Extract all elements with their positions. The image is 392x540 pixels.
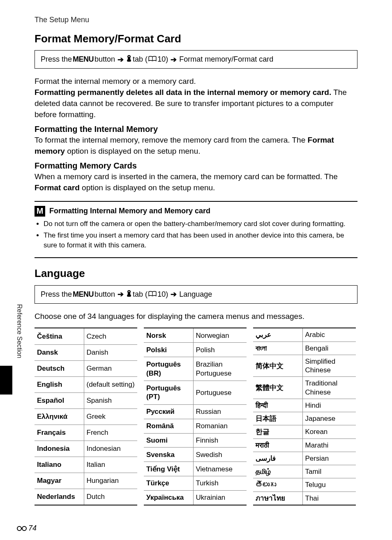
language-name: Italian (84, 457, 137, 473)
paragraph: To format the internal memory, remove th… (35, 135, 357, 157)
language-row: Português (BR)Brazilian Portuguese (144, 357, 247, 381)
paragraph: Choose one of 34 languages for displayin… (35, 311, 357, 322)
nav-ref: 10) (157, 55, 168, 64)
language-row: RomânăRomanian (144, 419, 247, 433)
nav-destination: Format memory/Format card (179, 55, 273, 64)
language-name: Polish (193, 343, 247, 357)
subheading-cards: Formatting Memory Cards (35, 161, 357, 171)
nav-text: Press the (41, 290, 72, 299)
language-row: 日本語Japanese (253, 412, 356, 425)
language-row: ΕλληνικάGreek (35, 408, 137, 425)
nav-text: tab ( (133, 290, 148, 299)
nav-path-format: Press the MENU button ➔ tab ( 10) ➔ Form… (35, 50, 357, 69)
language-name: German (84, 360, 137, 376)
language-native: Română (144, 419, 193, 433)
nav-ref: 10) (157, 290, 168, 299)
language-row: NorskNorwegian (144, 328, 247, 342)
svg-point-2 (17, 526, 21, 531)
text: Format the internal memory or a memory c… (35, 77, 196, 85)
wrench-icon (126, 290, 132, 299)
language-native: Svenska (144, 448, 193, 462)
language-name: Korean (302, 425, 356, 438)
language-row: فارسیPersian (253, 452, 356, 465)
language-row: English(default setting) (35, 376, 137, 392)
link-icon (16, 525, 28, 532)
language-native: ภาษาไทย (253, 492, 302, 505)
language-row: ItalianoItalian (35, 457, 137, 473)
manual-page: The Setup Menu Format Memory/Format Card… (0, 0, 392, 540)
language-native: Español (35, 392, 84, 408)
language-row: IndonesiaIndonesian (35, 441, 137, 457)
language-row: தமிழ்Tamil (253, 465, 356, 478)
language-native: عربي (253, 328, 302, 342)
language-row: 繁體中文Traditional Chinese (253, 377, 356, 399)
language-native: Polski (144, 343, 193, 357)
wrench-icon (126, 55, 132, 64)
language-native: বাংলা (253, 342, 302, 355)
section-title-language: Language (35, 267, 357, 280)
language-native: 日本語 (253, 412, 302, 425)
language-name: Indonesian (84, 441, 137, 457)
language-name: Japanese (302, 412, 356, 425)
language-name: Arabic (302, 328, 356, 342)
language-native: Tiếng Việt (144, 462, 193, 476)
language-row: DanskDanish (35, 344, 137, 360)
language-name: Swedish (193, 448, 247, 462)
language-tables: ČeštinaCzechDanskDanishDeutschGermanEngl… (35, 328, 357, 505)
arrow-icon: ➔ (118, 55, 124, 64)
paragraph: When a memory card is inserted in the ca… (35, 171, 357, 194)
language-name: Dutch (84, 489, 137, 505)
nav-text: Press the (41, 55, 72, 64)
language-row: УкраїнськаUkrainian (144, 491, 247, 505)
language-row: 简体中文Simplified Chinese (253, 355, 356, 377)
language-table-col2: NorskNorwegianPolskiPolishPortuguês (BR)… (144, 328, 247, 505)
language-native: Français (35, 425, 84, 441)
arrow-icon: ➔ (118, 290, 124, 299)
language-name: Traditional Chinese (302, 377, 356, 399)
language-native: English (35, 376, 84, 392)
language-native: فارسی (253, 452, 302, 465)
language-row: PolskiPolish (144, 343, 247, 357)
language-name: Simplified Chinese (302, 355, 356, 377)
note-item: The first time you insert a memory card … (44, 231, 357, 250)
language-name: Persian (302, 452, 356, 465)
language-native: Nederlands (35, 489, 84, 505)
side-label: Reference Section (16, 304, 23, 358)
nav-path-language: Press the MENU button ➔ tab ( 10) ➔ Lang… (35, 285, 357, 304)
language-row: Tiếng ViệtVietnamese (144, 462, 247, 476)
language-row: বাংলাBengali (253, 342, 356, 355)
note-badge-icon: M (35, 206, 45, 217)
arrow-icon: ➔ (171, 290, 177, 299)
language-table-col3: عربيArabicবাংলাBengali简体中文Simplified Chi… (253, 328, 356, 505)
language-row: తెలుగుTelugu (253, 478, 356, 492)
language-name: Greek (84, 408, 137, 425)
language-native: Русский (144, 404, 193, 419)
language-row: SvenskaSwedish (144, 448, 247, 462)
warning-text: Formatting permanently deletes all data … (35, 88, 331, 97)
language-row: SuomiFinnish (144, 433, 247, 448)
language-native: Čeština (35, 328, 84, 344)
language-native: Indonesia (35, 441, 84, 457)
language-row: MagyarHungarian (35, 473, 137, 489)
language-name: Hindi (302, 399, 356, 412)
language-name: Danish (84, 344, 137, 360)
language-row: EspañolSpanish (35, 392, 137, 408)
language-name: Spanish (84, 392, 137, 408)
language-name: Hungarian (84, 473, 137, 489)
language-native: Norsk (144, 328, 193, 342)
book-icon (148, 290, 157, 299)
language-row: РусскийRussian (144, 404, 247, 419)
language-row: FrançaisFrench (35, 425, 137, 441)
language-row: मराठीMarathi (253, 438, 356, 452)
language-native: Suomi (144, 433, 193, 448)
language-row: DeutschGerman (35, 360, 137, 376)
text: To format the internal memory, remove th… (35, 136, 308, 144)
language-name: (default setting) (84, 376, 137, 392)
language-row: ภาษาไทยThai (253, 492, 356, 505)
language-native: தமிழ் (253, 465, 302, 478)
language-native: मराठी (253, 438, 302, 452)
language-native: Deutsch (35, 360, 84, 376)
language-native: Türkçe (144, 476, 193, 491)
nav-text: button (95, 290, 115, 299)
language-native: Português (BR) (144, 357, 193, 381)
